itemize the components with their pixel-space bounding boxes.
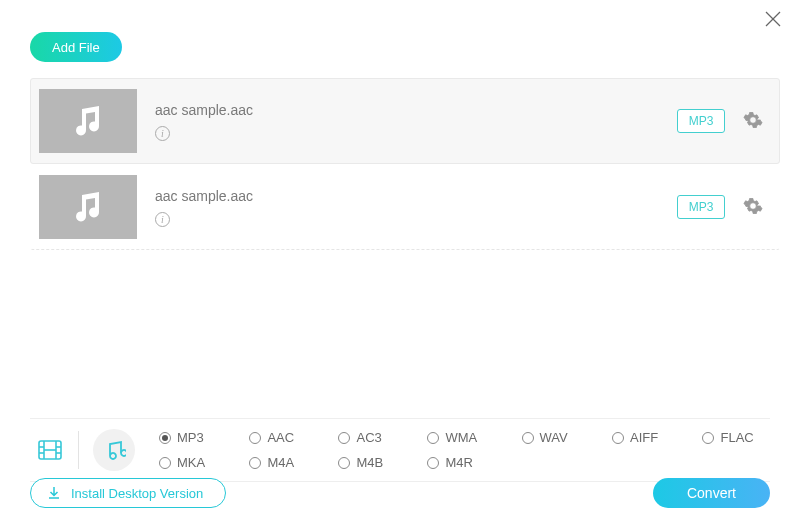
footer: Install Desktop Version Convert [30,478,770,508]
format-option-aiff[interactable]: AIFF [612,430,674,445]
format-label: M4R [445,455,472,470]
gear-icon[interactable] [743,110,763,133]
format-label: AAC [267,430,294,445]
format-option-m4b[interactable]: M4B [338,455,399,470]
format-label: AC3 [356,430,381,445]
format-option-aac[interactable]: AAC [249,430,310,445]
file-list: aac sample.aac i MP3 aac sample.aac i MP… [30,78,780,250]
format-badge[interactable]: MP3 [677,195,725,219]
install-desktop-button[interactable]: Install Desktop Version [30,478,226,508]
download-icon [47,486,61,500]
divider [78,431,79,469]
audio-thumbnail [39,175,137,239]
radio-icon [612,432,624,444]
video-category-icon[interactable] [30,436,70,464]
list-item[interactable]: aac sample.aac i MP3 [30,164,780,250]
format-option-mka[interactable]: MKA [159,455,221,470]
audio-category-icon[interactable] [93,429,135,471]
radio-icon [249,432,261,444]
gear-icon[interactable] [743,196,763,219]
add-file-button[interactable]: Add File [30,32,122,62]
format-option-wma[interactable]: WMA [427,430,493,445]
radio-icon [702,432,714,444]
file-name: aac sample.aac [155,188,659,204]
format-label: M4A [267,455,294,470]
radio-icon [427,457,439,469]
item-info: aac sample.aac i [155,102,659,141]
radio-icon [338,432,350,444]
format-option-mp3[interactable]: MP3 [159,430,221,445]
format-label: M4B [356,455,383,470]
music-note-icon [69,102,107,140]
install-label: Install Desktop Version [71,486,203,501]
close-icon[interactable] [764,10,782,31]
audio-thumbnail [39,89,137,153]
radio-icon [427,432,439,444]
music-note-icon [69,188,107,226]
format-option-m4r[interactable]: M4R [427,455,493,470]
info-icon[interactable]: i [155,126,170,141]
radio-icon [159,432,171,444]
format-label: WMA [445,430,477,445]
item-info: aac sample.aac i [155,188,659,227]
list-item[interactable]: aac sample.aac i MP3 [30,78,780,164]
file-name: aac sample.aac [155,102,659,118]
info-icon[interactable]: i [155,212,170,227]
radio-icon [159,457,171,469]
format-label: MP3 [177,430,204,445]
format-option-wav[interactable]: WAV [522,430,584,445]
format-badge[interactable]: MP3 [677,109,725,133]
format-label: FLAC [720,430,753,445]
convert-button[interactable]: Convert [653,478,770,508]
format-bar: MP3AACAC3WMAWAVAIFFFLACMKAM4AM4BM4R [30,418,770,482]
format-label: WAV [540,430,568,445]
format-label: AIFF [630,430,658,445]
formats-grid: MP3AACAC3WMAWAVAIFFFLACMKAM4AM4BM4R [159,430,770,470]
format-option-m4a[interactable]: M4A [249,455,310,470]
format-option-ac3[interactable]: AC3 [338,430,399,445]
format-label: MKA [177,455,205,470]
radio-icon [338,457,350,469]
radio-icon [522,432,534,444]
radio-icon [249,457,261,469]
format-option-flac[interactable]: FLAC [702,430,770,445]
